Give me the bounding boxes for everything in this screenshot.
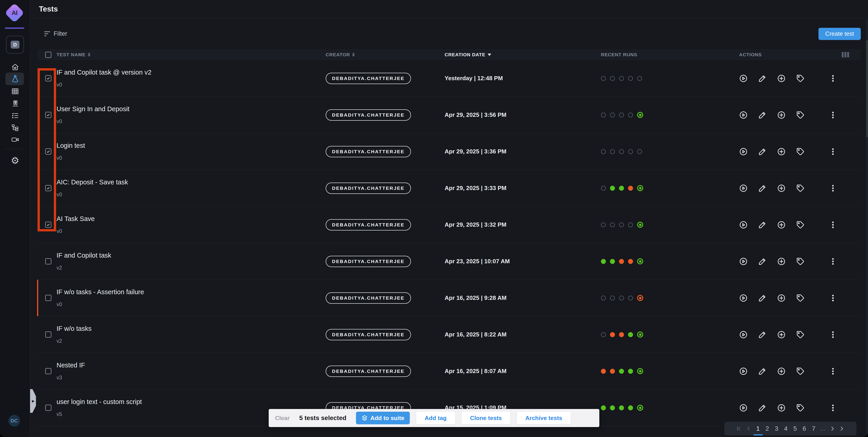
run-dot-pass[interactable] xyxy=(610,186,615,191)
row-checkbox[interactable] xyxy=(45,295,51,301)
add-to-suite-row-button[interactable] xyxy=(777,74,786,83)
pagination-next-button[interactable] xyxy=(829,422,836,435)
run-dot-pass[interactable] xyxy=(601,259,606,264)
pagination-prev-button[interactable] xyxy=(745,422,752,435)
run-dot-fail[interactable] xyxy=(628,259,633,264)
run-dot-fail[interactable] xyxy=(628,186,633,191)
add-to-suite-row-button[interactable] xyxy=(777,184,786,193)
column-header-creation-date[interactable]: CREATION DATE xyxy=(439,52,601,57)
clone-tests-button[interactable]: Clone tests xyxy=(462,412,510,424)
tag-row-button[interactable] xyxy=(796,184,805,193)
run-dot-none[interactable] xyxy=(601,186,606,191)
row-checkbox[interactable] xyxy=(45,332,51,338)
tag-row-button[interactable] xyxy=(796,330,805,339)
run-dot-fail[interactable] xyxy=(619,259,624,264)
pagination-page-6[interactable]: 6 xyxy=(801,422,808,435)
run-dot-pass[interactable] xyxy=(619,405,624,410)
run-dot-none[interactable] xyxy=(619,149,624,154)
add-to-suite-row-button[interactable] xyxy=(777,330,786,339)
table-row[interactable]: Nested IF v3 DEBADITYA.CHATTERJEE Apr 16… xyxy=(37,353,861,390)
edit-test-button[interactable] xyxy=(758,257,767,266)
edit-test-button[interactable] xyxy=(758,147,767,156)
test-name[interactable]: user login text - custom script xyxy=(57,398,326,406)
table-row[interactable]: User Sign In and Deposit v0 DEBADITYA.CH… xyxy=(37,97,861,133)
row-checkbox[interactable] xyxy=(45,405,51,411)
run-dot-pass[interactable] xyxy=(619,186,624,191)
tag-row-button[interactable] xyxy=(796,367,805,375)
test-name[interactable]: AIC: Deposit - Save task xyxy=(57,178,326,186)
add-to-suite-row-button[interactable] xyxy=(777,221,786,229)
run-dot-none[interactable] xyxy=(637,76,642,81)
row-more-menu-button[interactable] xyxy=(829,221,837,229)
run-dot-none[interactable] xyxy=(628,76,633,81)
run-dot-latest-pass[interactable] xyxy=(637,185,643,191)
test-name[interactable]: IF and Copilot task @ version v2 xyxy=(57,69,326,76)
run-dot-none[interactable] xyxy=(619,76,624,81)
tag-row-button[interactable] xyxy=(796,294,805,302)
run-dot-none[interactable] xyxy=(610,112,615,117)
run-test-button[interactable] xyxy=(739,257,748,266)
run-test-button[interactable] xyxy=(739,404,748,412)
run-dot-none[interactable] xyxy=(601,222,606,227)
row-more-menu-button[interactable] xyxy=(829,111,837,119)
row-checkbox[interactable] xyxy=(45,222,51,228)
row-more-menu-button[interactable] xyxy=(829,294,837,302)
create-test-button[interactable]: Create test xyxy=(818,28,861,40)
run-dot-none[interactable] xyxy=(628,222,633,227)
sidebar-item-runs-list[interactable] xyxy=(0,110,30,121)
row-more-menu-button[interactable] xyxy=(829,257,837,266)
run-dot-latest-pass[interactable] xyxy=(637,112,643,118)
row-checkbox[interactable] xyxy=(45,368,51,374)
run-dot-latest-pass[interactable] xyxy=(637,222,643,228)
app-logo[interactable]: AI xyxy=(4,3,24,23)
run-dot-none[interactable] xyxy=(610,149,615,154)
tag-row-button[interactable] xyxy=(796,74,805,83)
row-checkbox[interactable] xyxy=(45,185,51,191)
run-dot-fail[interactable] xyxy=(610,332,615,337)
run-test-button[interactable] xyxy=(739,330,748,339)
archive-tests-button[interactable]: Archive tests xyxy=(517,412,571,424)
pagination-last-button[interactable] xyxy=(839,422,846,435)
run-test-button[interactable] xyxy=(739,74,748,83)
run-dot-none[interactable] xyxy=(601,332,606,337)
test-name[interactable]: AI Task Save xyxy=(57,215,326,223)
run-test-button[interactable] xyxy=(739,367,748,375)
edit-test-button[interactable] xyxy=(758,330,767,339)
tag-row-button[interactable] xyxy=(796,147,805,156)
sidebar-item-settings[interactable]: ⚙ xyxy=(0,156,30,166)
tag-row-button[interactable] xyxy=(796,221,805,229)
edit-test-button[interactable] xyxy=(758,294,767,302)
test-name[interactable]: IF w/o tasks - Assertion failure xyxy=(57,288,326,296)
column-header-creator[interactable]: CREATOR xyxy=(326,52,439,57)
test-name[interactable]: IF w/o tasks xyxy=(57,325,326,332)
run-dot-latest-pass[interactable] xyxy=(637,405,643,411)
run-dot-none[interactable] xyxy=(628,296,633,301)
edit-test-button[interactable] xyxy=(758,367,767,375)
test-name[interactable]: IF and Copilot task xyxy=(57,252,326,259)
edit-test-button[interactable] xyxy=(758,184,767,193)
table-row[interactable]: IF and Copilot task v2 DEBADITYA.CHATTER… xyxy=(37,243,861,280)
add-to-suite-row-button[interactable] xyxy=(777,404,786,412)
pagination-page-7[interactable]: 7 xyxy=(811,422,817,435)
run-dot-none[interactable] xyxy=(610,296,615,301)
tag-row-button[interactable] xyxy=(796,257,805,266)
user-avatar[interactable]: DC xyxy=(8,415,20,427)
run-dot-latest-pass[interactable] xyxy=(637,332,643,338)
run-dot-pass[interactable] xyxy=(610,259,615,264)
table-row[interactable]: Login test v0 DEBADITYA.CHATTERJEE Apr 2… xyxy=(37,133,861,170)
run-dot-pass[interactable] xyxy=(628,332,633,337)
run-dot-none[interactable] xyxy=(619,222,624,227)
column-header-test-name[interactable]: TEST NAME xyxy=(57,52,326,57)
run-test-button[interactable] xyxy=(739,294,748,302)
workspace-switcher[interactable]: D xyxy=(6,36,24,54)
add-to-suite-button[interactable]: Add to suite xyxy=(356,412,410,424)
pagination-page-1[interactable]: 1 xyxy=(755,422,761,435)
pagination-page-2[interactable]: 2 xyxy=(764,422,771,435)
run-test-button[interactable] xyxy=(739,221,748,229)
pagination-page-4[interactable]: 4 xyxy=(783,422,789,435)
run-test-button[interactable] xyxy=(739,147,748,156)
run-test-button[interactable] xyxy=(739,111,748,119)
run-dot-none[interactable] xyxy=(601,112,606,117)
row-checkbox[interactable] xyxy=(45,148,51,155)
run-dot-none[interactable] xyxy=(601,149,606,154)
